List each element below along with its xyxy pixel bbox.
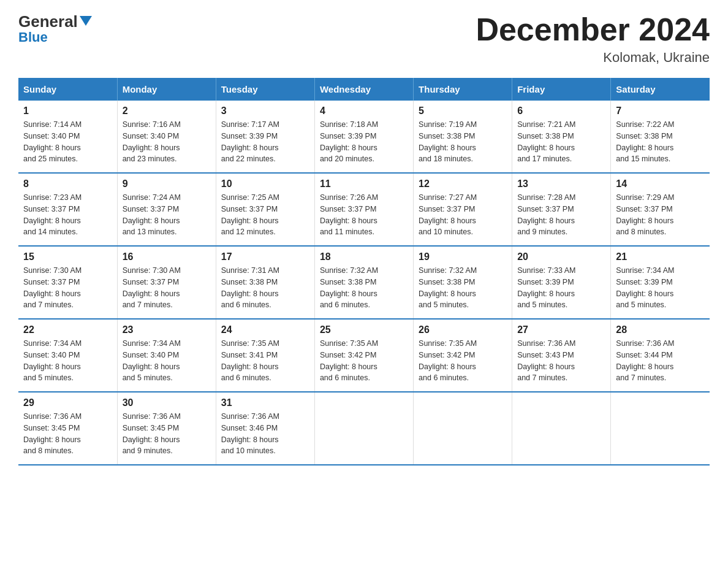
day-info: Sunrise: 7:35 AM Sunset: 3:42 PM Dayligh… bbox=[419, 338, 507, 384]
calendar-day-cell: 4 Sunrise: 7:18 AM Sunset: 3:39 PM Dayli… bbox=[314, 101, 413, 173]
calendar-empty-cell bbox=[314, 392, 413, 465]
calendar-day-cell: 26 Sunrise: 7:35 AM Sunset: 3:42 PM Dayl… bbox=[414, 319, 512, 392]
day-number: 4 bbox=[320, 105, 408, 117]
calendar-day-cell: 12 Sunrise: 7:27 AM Sunset: 3:37 PM Dayl… bbox=[414, 173, 512, 246]
day-info: Sunrise: 7:19 AM Sunset: 3:38 PM Dayligh… bbox=[419, 119, 507, 165]
title-block: December 2024 Kolomak, Ukraine bbox=[476, 12, 710, 66]
day-number: 15 bbox=[23, 251, 112, 262]
logo: General Blue bbox=[18, 12, 92, 45]
calendar-day-cell: 21 Sunrise: 7:34 AM Sunset: 3:39 PM Dayl… bbox=[611, 246, 710, 319]
day-info: Sunrise: 7:35 AM Sunset: 3:41 PM Dayligh… bbox=[221, 338, 309, 384]
day-info: Sunrise: 7:17 AM Sunset: 3:39 PM Dayligh… bbox=[221, 119, 309, 165]
day-number: 1 bbox=[23, 105, 112, 117]
calendar-day-cell: 30 Sunrise: 7:36 AM Sunset: 3:45 PM Dayl… bbox=[117, 392, 216, 465]
calendar-week-row: 15 Sunrise: 7:30 AM Sunset: 3:37 PM Dayl… bbox=[18, 246, 710, 319]
day-info: Sunrise: 7:25 AM Sunset: 3:37 PM Dayligh… bbox=[221, 192, 309, 238]
day-number: 23 bbox=[123, 324, 211, 335]
day-number: 3 bbox=[221, 105, 309, 117]
day-info: Sunrise: 7:36 AM Sunset: 3:45 PM Dayligh… bbox=[123, 411, 211, 457]
day-number: 12 bbox=[419, 178, 507, 190]
day-info: Sunrise: 7:16 AM Sunset: 3:40 PM Dayligh… bbox=[123, 119, 211, 165]
calendar-day-cell: 29 Sunrise: 7:36 AM Sunset: 3:45 PM Dayl… bbox=[18, 392, 117, 465]
day-number: 27 bbox=[517, 324, 605, 335]
calendar-day-cell: 20 Sunrise: 7:33 AM Sunset: 3:39 PM Dayl… bbox=[512, 246, 611, 319]
calendar-empty-cell bbox=[611, 392, 710, 465]
day-number: 10 bbox=[221, 178, 309, 190]
day-number: 5 bbox=[419, 105, 507, 117]
day-info: Sunrise: 7:27 AM Sunset: 3:37 PM Dayligh… bbox=[419, 192, 507, 238]
day-info: Sunrise: 7:36 AM Sunset: 3:44 PM Dayligh… bbox=[616, 338, 705, 384]
day-number: 22 bbox=[23, 324, 112, 335]
day-number: 31 bbox=[221, 397, 309, 408]
day-info: Sunrise: 7:33 AM Sunset: 3:39 PM Dayligh… bbox=[517, 265, 605, 311]
calendar-day-cell: 15 Sunrise: 7:30 AM Sunset: 3:37 PM Dayl… bbox=[18, 246, 117, 319]
day-info: Sunrise: 7:36 AM Sunset: 3:43 PM Dayligh… bbox=[517, 338, 605, 384]
day-info: Sunrise: 7:31 AM Sunset: 3:38 PM Dayligh… bbox=[221, 265, 309, 311]
calendar-day-cell: 19 Sunrise: 7:32 AM Sunset: 3:38 PM Dayl… bbox=[414, 246, 512, 319]
day-number: 26 bbox=[419, 324, 507, 335]
day-info: Sunrise: 7:34 AM Sunset: 3:40 PM Dayligh… bbox=[23, 338, 112, 384]
weekday-header-thursday: Thursday bbox=[414, 78, 512, 101]
calendar-day-cell: 13 Sunrise: 7:28 AM Sunset: 3:37 PM Dayl… bbox=[512, 173, 611, 246]
calendar-day-cell: 7 Sunrise: 7:22 AM Sunset: 3:38 PM Dayli… bbox=[611, 101, 710, 173]
calendar-day-cell: 25 Sunrise: 7:35 AM Sunset: 3:42 PM Dayl… bbox=[314, 319, 413, 392]
calendar-day-cell: 14 Sunrise: 7:29 AM Sunset: 3:37 PM Dayl… bbox=[611, 173, 710, 246]
svg-marker-0 bbox=[80, 16, 92, 26]
calendar-day-cell: 24 Sunrise: 7:35 AM Sunset: 3:41 PM Dayl… bbox=[216, 319, 314, 392]
calendar-week-row: 29 Sunrise: 7:36 AM Sunset: 3:45 PM Dayl… bbox=[18, 392, 710, 465]
day-info: Sunrise: 7:14 AM Sunset: 3:40 PM Dayligh… bbox=[23, 119, 112, 165]
day-number: 20 bbox=[517, 251, 605, 262]
calendar-day-cell: 28 Sunrise: 7:36 AM Sunset: 3:44 PM Dayl… bbox=[611, 319, 710, 392]
day-number: 14 bbox=[616, 178, 705, 190]
day-info: Sunrise: 7:32 AM Sunset: 3:38 PM Dayligh… bbox=[419, 265, 507, 311]
day-info: Sunrise: 7:36 AM Sunset: 3:45 PM Dayligh… bbox=[23, 411, 112, 457]
day-number: 29 bbox=[23, 397, 112, 408]
calendar-table: SundayMondayTuesdayWednesdayThursdayFrid… bbox=[18, 78, 710, 465]
day-info: Sunrise: 7:36 AM Sunset: 3:46 PM Dayligh… bbox=[221, 411, 309, 457]
page-header: General Blue December 2024 Kolomak, Ukra… bbox=[18, 12, 710, 66]
day-info: Sunrise: 7:35 AM Sunset: 3:42 PM Dayligh… bbox=[320, 338, 408, 384]
calendar-day-cell: 11 Sunrise: 7:26 AM Sunset: 3:37 PM Dayl… bbox=[314, 173, 413, 246]
calendar-day-cell: 8 Sunrise: 7:23 AM Sunset: 3:37 PM Dayli… bbox=[18, 173, 117, 246]
weekday-header-row: SundayMondayTuesdayWednesdayThursdayFrid… bbox=[18, 78, 710, 101]
day-info: Sunrise: 7:24 AM Sunset: 3:37 PM Dayligh… bbox=[123, 192, 211, 238]
day-info: Sunrise: 7:22 AM Sunset: 3:38 PM Dayligh… bbox=[616, 119, 705, 165]
calendar-empty-cell bbox=[512, 392, 611, 465]
day-info: Sunrise: 7:34 AM Sunset: 3:39 PM Dayligh… bbox=[616, 265, 705, 311]
calendar-empty-cell bbox=[414, 392, 512, 465]
day-number: 6 bbox=[517, 105, 605, 117]
page-subtitle: Kolomak, Ukraine bbox=[476, 50, 710, 66]
day-info: Sunrise: 7:26 AM Sunset: 3:37 PM Dayligh… bbox=[320, 192, 408, 238]
day-info: Sunrise: 7:30 AM Sunset: 3:37 PM Dayligh… bbox=[123, 265, 211, 311]
weekday-header-monday: Monday bbox=[117, 78, 216, 101]
calendar-week-row: 1 Sunrise: 7:14 AM Sunset: 3:40 PM Dayli… bbox=[18, 101, 710, 173]
day-info: Sunrise: 7:34 AM Sunset: 3:40 PM Dayligh… bbox=[123, 338, 211, 384]
day-number: 11 bbox=[320, 178, 408, 190]
calendar-day-cell: 6 Sunrise: 7:21 AM Sunset: 3:38 PM Dayli… bbox=[512, 101, 611, 173]
day-number: 17 bbox=[221, 251, 309, 262]
calendar-day-cell: 2 Sunrise: 7:16 AM Sunset: 3:40 PM Dayli… bbox=[117, 101, 216, 173]
calendar-day-cell: 9 Sunrise: 7:24 AM Sunset: 3:37 PM Dayli… bbox=[117, 173, 216, 246]
calendar-day-cell: 5 Sunrise: 7:19 AM Sunset: 3:38 PM Dayli… bbox=[414, 101, 512, 173]
day-number: 30 bbox=[123, 397, 211, 408]
logo-text-blue: Blue bbox=[18, 29, 48, 45]
day-number: 24 bbox=[221, 324, 309, 335]
weekday-header-friday: Friday bbox=[512, 78, 611, 101]
day-info: Sunrise: 7:21 AM Sunset: 3:38 PM Dayligh… bbox=[517, 119, 605, 165]
page-title: December 2024 bbox=[476, 12, 710, 47]
day-info: Sunrise: 7:32 AM Sunset: 3:38 PM Dayligh… bbox=[320, 265, 408, 311]
calendar-day-cell: 23 Sunrise: 7:34 AM Sunset: 3:40 PM Dayl… bbox=[117, 319, 216, 392]
day-number: 9 bbox=[123, 178, 211, 190]
day-info: Sunrise: 7:18 AM Sunset: 3:39 PM Dayligh… bbox=[320, 119, 408, 165]
day-number: 25 bbox=[320, 324, 408, 335]
calendar-day-cell: 10 Sunrise: 7:25 AM Sunset: 3:37 PM Dayl… bbox=[216, 173, 314, 246]
calendar-day-cell: 31 Sunrise: 7:36 AM Sunset: 3:46 PM Dayl… bbox=[216, 392, 314, 465]
day-number: 8 bbox=[23, 178, 112, 190]
calendar-day-cell: 3 Sunrise: 7:17 AM Sunset: 3:39 PM Dayli… bbox=[216, 101, 314, 173]
day-number: 19 bbox=[419, 251, 507, 262]
weekday-header-wednesday: Wednesday bbox=[314, 78, 413, 101]
logo-arrow-icon bbox=[80, 15, 92, 27]
day-number: 13 bbox=[517, 178, 605, 190]
day-info: Sunrise: 7:28 AM Sunset: 3:37 PM Dayligh… bbox=[517, 192, 605, 238]
calendar-day-cell: 18 Sunrise: 7:32 AM Sunset: 3:38 PM Dayl… bbox=[314, 246, 413, 319]
